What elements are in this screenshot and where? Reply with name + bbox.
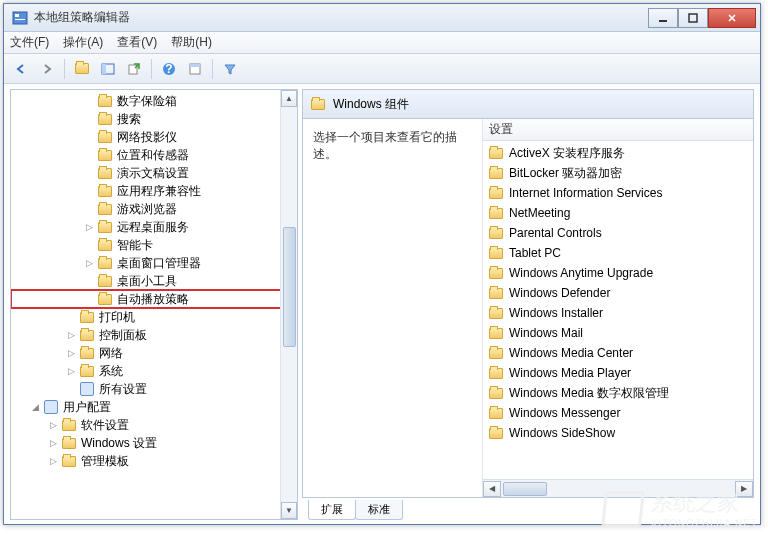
horizontal-scrollbar[interactable]: ◀ ▶ <box>483 479 753 497</box>
expand-icon[interactable]: ▷ <box>47 455 59 467</box>
tree-item[interactable]: ▷控制面板 <box>11 326 297 344</box>
tree-item[interactable]: ▷软件设置 <box>11 416 297 434</box>
list-item[interactable]: Windows Media Player <box>483 363 753 383</box>
folder-icon <box>311 99 325 110</box>
tree-item-label: 智能卡 <box>117 237 153 254</box>
maximize-button[interactable] <box>678 8 708 28</box>
tree-item-label: 管理模板 <box>81 453 129 470</box>
tree-item[interactable]: ▷系统 <box>11 362 297 380</box>
tree-item[interactable]: 应用程序兼容性 <box>11 182 297 200</box>
tree-item[interactable]: ▷远程桌面服务 <box>11 218 297 236</box>
tree-scrollbar[interactable]: ▲ ▼ <box>280 90 297 519</box>
scroll-down-button[interactable]: ▼ <box>281 502 297 519</box>
tree-item[interactable]: 演示文稿设置 <box>11 164 297 182</box>
expand-icon[interactable]: ▷ <box>47 437 59 449</box>
tree-item[interactable]: 游戏浏览器 <box>11 200 297 218</box>
folder-icon <box>97 255 113 271</box>
folder-icon <box>97 165 113 181</box>
list-item-label: Tablet PC <box>509 246 561 260</box>
tree-item[interactable]: 桌面小工具 <box>11 272 297 290</box>
list-item-label: Windows Messenger <box>509 406 620 420</box>
toolbar: ? <box>4 54 760 84</box>
tree-item-label: 自动播放策略 <box>117 291 189 308</box>
no-expander <box>83 203 95 215</box>
export-button[interactable] <box>123 58 145 80</box>
list-item[interactable]: ActiveX 安装程序服务 <box>483 143 753 163</box>
no-expander <box>83 95 95 107</box>
scroll-up-button[interactable]: ▲ <box>281 90 297 107</box>
folder-icon <box>97 219 113 235</box>
tree-item[interactable]: 智能卡 <box>11 236 297 254</box>
titlebar[interactable]: 本地组策略编辑器 <box>4 4 760 32</box>
tree-item-label: 控制面板 <box>99 327 147 344</box>
menu-file[interactable]: 文件(F) <box>10 34 49 51</box>
svg-rect-3 <box>659 20 667 22</box>
tab-standard[interactable]: 标准 <box>355 500 403 520</box>
folder-icon <box>489 348 503 359</box>
back-button[interactable] <box>10 58 32 80</box>
list-item[interactable]: Windows Anytime Upgrade <box>483 263 753 283</box>
list-item[interactable]: Internet Information Services <box>483 183 753 203</box>
tree-item[interactable]: 搜索 <box>11 110 297 128</box>
folder-up-button[interactable] <box>71 58 93 80</box>
tree-item-label: 远程桌面服务 <box>117 219 189 236</box>
collapse-icon[interactable]: ◢ <box>29 401 41 413</box>
scroll-thumb[interactable] <box>283 227 296 347</box>
help-button[interactable]: ? <box>158 58 180 80</box>
menu-view[interactable]: 查看(V) <box>117 34 157 51</box>
column-header-settings[interactable]: 设置 <box>483 119 753 141</box>
scroll-right-button[interactable]: ▶ <box>735 481 753 497</box>
list-item[interactable]: Windows Messenger <box>483 403 753 423</box>
filter-button[interactable] <box>219 58 241 80</box>
tree-item[interactable]: ◢用户配置 <box>11 398 297 416</box>
tree-item[interactable]: ▷管理模板 <box>11 452 297 470</box>
list-item[interactable]: Windows Installer <box>483 303 753 323</box>
list-item[interactable]: NetMeeting <box>483 203 753 223</box>
list-item[interactable]: Tablet PC <box>483 243 753 263</box>
tree-item[interactable]: 位置和传感器 <box>11 146 297 164</box>
window-frame: 本地组策略编辑器 文件(F) 操作(A) 查看(V) 帮助(H) ? 数字保险箱… <box>3 3 761 525</box>
menu-action[interactable]: 操作(A) <box>63 34 103 51</box>
tree-item[interactable]: ▷网络 <box>11 344 297 362</box>
tree-item[interactable]: 打印机 <box>11 308 297 326</box>
svg-rect-4 <box>689 14 697 22</box>
settings-icon <box>43 399 59 415</box>
list-item[interactable]: Windows Mail <box>483 323 753 343</box>
expand-icon[interactable]: ▷ <box>83 257 95 269</box>
close-button[interactable] <box>708 8 756 28</box>
expand-icon[interactable]: ▷ <box>83 221 95 233</box>
list-item[interactable]: Windows Media 数字权限管理 <box>483 383 753 403</box>
forward-button[interactable] <box>36 58 58 80</box>
list-item[interactable]: Windows Media Center <box>483 343 753 363</box>
tree-item[interactable]: ▷桌面窗口管理器 <box>11 254 297 272</box>
folder-icon <box>97 147 113 163</box>
toolbar-separator <box>151 59 152 79</box>
list-item[interactable]: Parental Controls <box>483 223 753 243</box>
tree-item-label: 数字保险箱 <box>117 93 177 110</box>
properties-button[interactable] <box>184 58 206 80</box>
tree-item[interactable]: 网络投影仪 <box>11 128 297 146</box>
hscroll-thumb[interactable] <box>503 482 547 496</box>
tree-item[interactable]: 所有设置 <box>11 380 297 398</box>
folder-icon <box>489 388 503 399</box>
scroll-left-button[interactable]: ◀ <box>483 481 501 497</box>
list-item[interactable]: BitLocker 驱动器加密 <box>483 163 753 183</box>
tree-item[interactable]: 自动播放策略 <box>11 290 297 308</box>
settings-list[interactable]: ActiveX 安装程序服务BitLocker 驱动器加密Internet In… <box>483 141 753 479</box>
tree-pane[interactable]: 数字保险箱搜索网络投影仪位置和传感器演示文稿设置应用程序兼容性游戏浏览器▷远程桌… <box>10 89 298 520</box>
expand-icon[interactable]: ▷ <box>65 347 77 359</box>
show-tree-button[interactable] <box>97 58 119 80</box>
list-item-label: Windows SideShow <box>509 426 615 440</box>
expand-icon[interactable]: ▷ <box>47 419 59 431</box>
tree-item[interactable]: ▷Windows 设置 <box>11 434 297 452</box>
minimize-button[interactable] <box>648 8 678 28</box>
list-item[interactable]: Windows SideShow <box>483 423 753 443</box>
tab-extended[interactable]: 扩展 <box>308 500 356 520</box>
list-item[interactable]: Windows Defender <box>483 283 753 303</box>
tree-item-label: 桌面小工具 <box>117 273 177 290</box>
menu-bar: 文件(F) 操作(A) 查看(V) 帮助(H) <box>4 32 760 54</box>
expand-icon[interactable]: ▷ <box>65 329 77 341</box>
tree-item[interactable]: 数字保险箱 <box>11 92 297 110</box>
menu-help[interactable]: 帮助(H) <box>171 34 212 51</box>
expand-icon[interactable]: ▷ <box>65 365 77 377</box>
